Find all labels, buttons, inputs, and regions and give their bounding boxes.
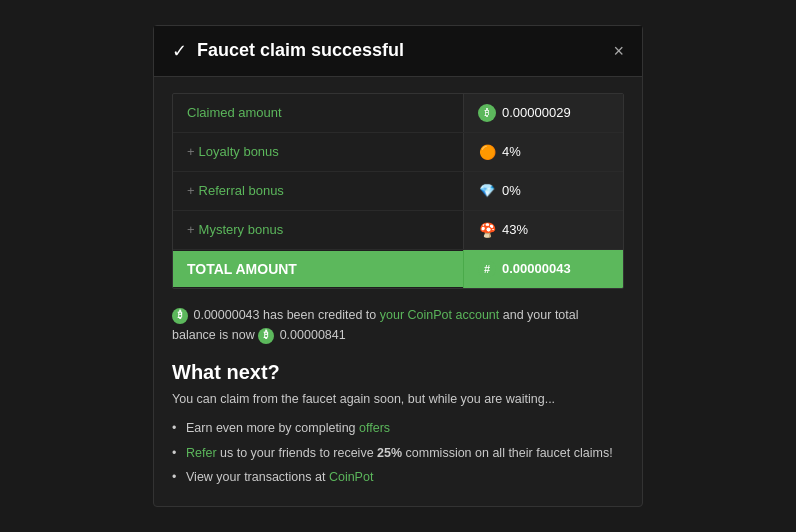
loyalty-value: 🟠 4% [463, 133, 623, 171]
total-icon: # [478, 260, 496, 278]
bitcoin-icon: ₿ [478, 104, 496, 122]
offers-link[interactable]: offers [359, 421, 390, 435]
table-row: +Referral bonus 💎 0% [173, 172, 623, 211]
modal-body: Claimed amount ₿ 0.00000029 +Loyalty bon… [154, 77, 642, 506]
header-left: ✓ Faucet claim successful [172, 40, 404, 62]
claimed-value: ₿ 0.00000029 [463, 94, 623, 132]
table-row: Claimed amount ₿ 0.00000029 [173, 94, 623, 133]
referral-label: +Referral bonus [173, 173, 463, 208]
close-button[interactable]: × [613, 42, 624, 60]
total-row: TOTAL AMOUNT # 0.00000043 [173, 250, 623, 288]
faucet-success-modal: ✓ Faucet claim successful × Claimed amou… [153, 25, 643, 507]
loyalty-label: +Loyalty bonus [173, 134, 463, 169]
referral-value: 💎 0% [463, 172, 623, 210]
coinpot-link[interactable]: CoinPot [329, 470, 373, 484]
total-label: TOTAL AMOUNT [173, 251, 463, 287]
mystery-label: +Mystery bonus [173, 212, 463, 247]
list-item: Refer us to your friends to receive 25% … [172, 441, 624, 466]
table-row: +Loyalty bonus 🟠 4% [173, 133, 623, 172]
list-item: View your transactions at CoinPot [172, 465, 624, 490]
credited-bitcoin-icon: ₿ [172, 308, 188, 324]
modal-header: ✓ Faucet claim successful × [154, 26, 642, 77]
loyalty-icon: 🟠 [478, 143, 496, 161]
refer-link[interactable]: Refer [186, 446, 217, 460]
table-row: +Mystery bonus 🍄 43% [173, 211, 623, 250]
modal-title: Faucet claim successful [197, 40, 404, 61]
referral-icon: 💎 [478, 182, 496, 200]
claim-table: Claimed amount ₿ 0.00000029 +Loyalty bon… [172, 93, 624, 289]
check-icon: ✓ [172, 40, 187, 62]
claimed-label: Claimed amount [173, 95, 463, 130]
credited-section: ₿ 0.00000043 has been credited to your C… [172, 305, 624, 345]
list-item: Earn even more by completing offers [172, 416, 624, 441]
coinpot-account-link[interactable]: your CoinPot account [380, 308, 500, 322]
credited-balance-icon: ₿ [258, 328, 274, 344]
mystery-icon: 🍄 [478, 221, 496, 239]
total-value: # 0.00000043 [463, 250, 623, 288]
what-next-desc: You can claim from the faucet again soon… [172, 392, 624, 406]
bullet-list: Earn even more by completing offers Refe… [172, 416, 624, 490]
what-next-title: What next? [172, 361, 624, 384]
mystery-value: 🍄 43% [463, 211, 623, 249]
